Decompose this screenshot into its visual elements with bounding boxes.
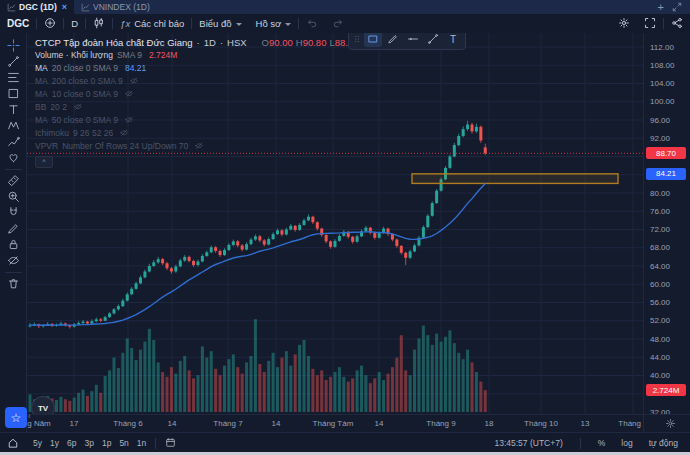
indicator-row[interactable]: Ichimoku9 26 52 26 bbox=[35, 127, 353, 140]
indicator-value: 84.21 bbox=[125, 62, 146, 75]
price-tick: 56.00 bbox=[650, 298, 670, 307]
tab-bar-actions: + bbox=[650, 0, 690, 14]
tab-dgc-1d-[interactable]: DGC (1D)× bbox=[0, 0, 74, 14]
compare-button[interactable] bbox=[37, 14, 63, 33]
time-scale[interactable]: g Năm17Tháng 614Tháng 714Tháng Tám14Thán… bbox=[27, 414, 643, 433]
eye-off-icon[interactable] bbox=[125, 90, 135, 100]
favorites-star-button[interactable]: ☆ bbox=[5, 407, 27, 428]
fullscreen-button[interactable] bbox=[637, 17, 663, 31]
fib-retracement-icon[interactable] bbox=[4, 70, 23, 85]
indicator-name: MA bbox=[35, 88, 48, 101]
hide-all-icon[interactable] bbox=[4, 253, 23, 268]
crosshair-icon[interactable] bbox=[4, 38, 23, 53]
go-to-date-icon[interactable] bbox=[161, 436, 180, 451]
redo-button[interactable] bbox=[325, 14, 351, 33]
candles-icon bbox=[93, 17, 105, 31]
close-tab-icon[interactable]: × bbox=[62, 2, 67, 12]
indicator-row[interactable]: Volume · Khối lượngSMA 92.724M bbox=[35, 49, 353, 62]
indicator-row[interactable]: MA50 close 0 SMA 9 bbox=[35, 114, 353, 127]
shapes-icon[interactable] bbox=[4, 86, 23, 101]
indicators-button[interactable]: ƒx Các chỉ báo bbox=[113, 14, 191, 33]
undo-button[interactable] bbox=[299, 14, 325, 33]
trash-icon[interactable] bbox=[4, 276, 23, 291]
trend-line-icon[interactable] bbox=[4, 54, 23, 69]
indicator-params: 20 2 bbox=[50, 101, 67, 114]
indicator-row[interactable]: MA20 close 0 SMA 984.21 bbox=[35, 62, 353, 75]
draw-lock-icon[interactable] bbox=[4, 221, 23, 236]
percent-scale-button[interactable]: % bbox=[594, 437, 610, 449]
eye-off-icon[interactable] bbox=[130, 77, 140, 87]
brush-icon[interactable] bbox=[384, 33, 402, 47]
time-tick: 14 bbox=[142, 419, 202, 428]
clock-label[interactable]: 13:45:57 (UTC+7) bbox=[490, 437, 566, 449]
profile-menu-button[interactable]: Hồ sơ bbox=[249, 14, 299, 33]
share-button[interactable] bbox=[664, 17, 690, 31]
range-6p[interactable]: 6p bbox=[63, 437, 80, 449]
floating-drawing-toolbar: T bbox=[348, 33, 466, 50]
text-tool-icon[interactable] bbox=[4, 102, 23, 117]
log-scale-button[interactable]: log bbox=[617, 437, 636, 449]
range-1n[interactable]: 1n bbox=[133, 437, 150, 449]
fullscreen-icon bbox=[644, 17, 656, 31]
indicator-name: Ichimoku bbox=[35, 127, 69, 140]
eye-off-icon[interactable] bbox=[125, 116, 135, 126]
tradingview-logo[interactable]: TV bbox=[31, 396, 55, 414]
zoom-in-icon[interactable] bbox=[4, 189, 23, 204]
tab-vnindex-1d-[interactable]: VNINDEX (1D) bbox=[74, 0, 157, 14]
price-tick: 72.00 bbox=[650, 225, 670, 234]
indicator-row[interactable]: VPVRNumber Of Rows 24 Up/Down 70 bbox=[35, 140, 353, 153]
indicator-params: 200 close 0 SMA 9 bbox=[52, 75, 123, 88]
text-tool-icon[interactable]: T bbox=[444, 33, 462, 47]
range-5n[interactable]: 5n bbox=[115, 437, 132, 449]
ohlc-key: H bbox=[296, 37, 303, 48]
indicator-row[interactable]: BB20 2 bbox=[35, 101, 353, 114]
axis-settings-gear-icon[interactable] bbox=[665, 415, 676, 433]
price-scale[interactable]: 112.00108.00104.00100.0096.0092.0080.007… bbox=[643, 33, 690, 414]
range-1p[interactable]: 1p bbox=[98, 437, 115, 449]
favorites-collapse-handle[interactable]: ‹ bbox=[28, 411, 31, 421]
drag-handle-icon[interactable] bbox=[352, 33, 362, 47]
rectangle-icon[interactable] bbox=[364, 33, 382, 47]
symbol-legend-row[interactable]: CTCP Tập đoàn Hóa chất Đức Giang · 1D · … bbox=[35, 36, 353, 49]
emoji-icon[interactable] bbox=[4, 150, 23, 165]
chart-style-button[interactable] bbox=[86, 14, 112, 33]
xabcd-pattern-icon[interactable] bbox=[4, 118, 23, 133]
horizontal-ray-icon[interactable] bbox=[404, 33, 422, 47]
chart-area[interactable]: CTCP Tập đoàn Hóa chất Đức Giang · 1D · … bbox=[27, 33, 643, 414]
auto-scale-button[interactable]: tự động bbox=[645, 437, 682, 449]
price-tick: 108.00 bbox=[650, 61, 674, 70]
eye-off-icon[interactable] bbox=[120, 129, 130, 139]
legend-collapse-button[interactable]: ^ bbox=[35, 156, 53, 168]
symbol-button[interactable]: DGC bbox=[0, 14, 36, 33]
tab-list: DGC (1D)×VNINDEX (1D) bbox=[0, 0, 157, 14]
price-tick: 92.00 bbox=[650, 134, 670, 143]
chevron-down-icon bbox=[236, 23, 242, 29]
settings-button[interactable] bbox=[611, 17, 637, 31]
object-tree-icon[interactable] bbox=[0, 437, 25, 449]
range-5y[interactable]: 5y bbox=[29, 437, 46, 449]
time-tick: 17 bbox=[44, 419, 104, 428]
eye-off-icon[interactable] bbox=[195, 142, 205, 152]
measure-icon[interactable] bbox=[4, 173, 23, 188]
price-badge: 84.21 bbox=[646, 168, 686, 180]
range-1y[interactable]: 1y bbox=[46, 437, 63, 449]
interval-button[interactable]: D bbox=[64, 14, 85, 33]
time-tick: Tháng 1 bbox=[603, 419, 643, 428]
indicator-row[interactable]: MA10 close 0 SMA 9 bbox=[35, 88, 353, 101]
range-3p[interactable]: 3p bbox=[80, 437, 97, 449]
indicator-params: 50 close 0 SMA 9 bbox=[52, 114, 118, 127]
chart-tab-icon bbox=[81, 3, 90, 12]
magnet-icon[interactable] bbox=[4, 205, 23, 220]
eye-off-icon[interactable] bbox=[74, 103, 84, 113]
price-tick: 64.00 bbox=[650, 262, 670, 271]
chart-menu-button[interactable]: Biểu đồ bbox=[192, 14, 248, 33]
ohlc-value: 90.00 bbox=[269, 37, 293, 48]
redo-icon bbox=[332, 17, 344, 31]
indicator-row[interactable]: MA200 close 0 SMA 9 bbox=[35, 75, 353, 88]
forecast-icon[interactable] bbox=[4, 134, 23, 149]
indicator-value: 2.724M bbox=[149, 49, 177, 62]
trend-line-icon[interactable] bbox=[424, 33, 442, 47]
add-tab-button[interactable]: + bbox=[658, 1, 664, 13]
lock-all-icon[interactable] bbox=[4, 237, 23, 252]
main-toolbar: DGC D ƒx Các chỉ báo Biểu đồ Hồ sơ bbox=[0, 14, 690, 34]
